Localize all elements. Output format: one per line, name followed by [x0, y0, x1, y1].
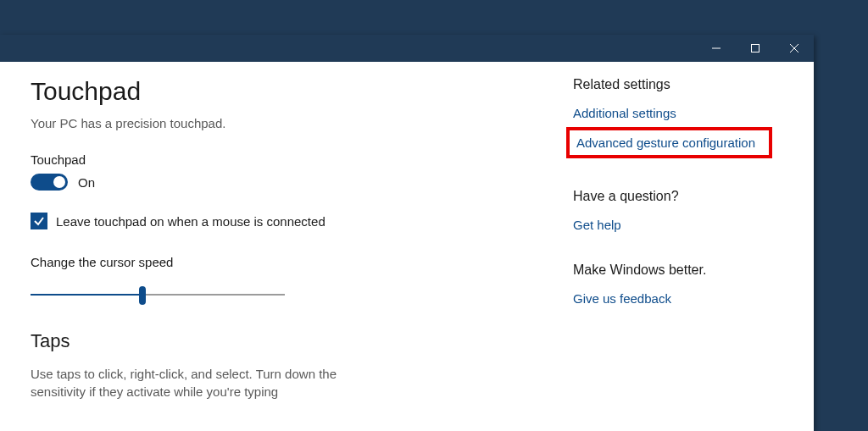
- cursor-speed-slider[interactable]: [31, 285, 285, 305]
- toggle-knob: [53, 176, 65, 188]
- window-controls: [697, 35, 814, 62]
- leave-on-checkbox[interactable]: [31, 213, 47, 229]
- leave-on-checkbox-label: Leave touchpad on when a mouse is connec…: [56, 214, 326, 229]
- slider-thumb[interactable]: [139, 286, 146, 305]
- additional-settings-link[interactable]: Additional settings: [573, 106, 772, 120]
- svg-rect-1: [752, 45, 760, 52]
- cursor-speed-label: Change the cursor speed: [31, 255, 539, 269]
- related-settings-heading: Related settings: [573, 77, 772, 92]
- taps-heading: Taps: [31, 330, 539, 352]
- get-help-link[interactable]: Get help: [573, 218, 772, 232]
- page-subtitle: Your PC has a precision touchpad.: [31, 116, 539, 130]
- page-title: Touchpad: [31, 77, 539, 106]
- feedback-heading: Make Windows better.: [573, 262, 772, 278]
- main-column: Touchpad Your PC has a precision touchpa…: [31, 77, 539, 413]
- content-area: Touchpad Your PC has a precision touchpa…: [0, 62, 814, 413]
- feedback-link[interactable]: Give us feedback: [573, 291, 772, 306]
- touchpad-toggle-state: On: [78, 175, 95, 190]
- question-block: Have a question? Get help: [573, 189, 772, 232]
- touchpad-toggle[interactable]: [31, 174, 68, 191]
- slider-fill: [31, 294, 142, 296]
- feedback-block: Make Windows better. Give us feedback: [573, 262, 772, 306]
- highlight-box: Advanced gesture configuration: [566, 127, 772, 158]
- advanced-gesture-link[interactable]: Advanced gesture configuration: [576, 135, 755, 150]
- settings-window: Touchpad Your PC has a precision touchpa…: [0, 35, 814, 431]
- touchpad-toggle-row: On: [31, 174, 539, 191]
- side-column: Related settings Additional settings Adv…: [573, 77, 772, 413]
- minimize-button[interactable]: [697, 35, 736, 62]
- maximize-button[interactable]: [736, 35, 775, 62]
- related-settings-block: Related settings Additional settings Adv…: [573, 77, 772, 158]
- titlebar[interactable]: [0, 35, 814, 62]
- taps-description: Use taps to click, right-click, and sele…: [31, 365, 395, 401]
- question-heading: Have a question?: [573, 189, 772, 204]
- touchpad-toggle-label: Touchpad: [31, 152, 539, 167]
- leave-on-checkbox-row: Leave touchpad on when a mouse is connec…: [31, 213, 539, 229]
- close-button[interactable]: [775, 35, 814, 62]
